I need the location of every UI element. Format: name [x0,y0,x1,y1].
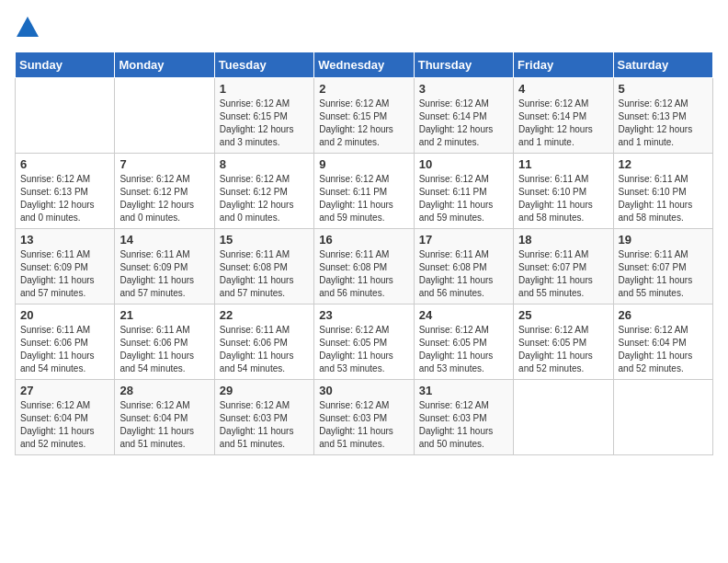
calendar-cell: 31Sunrise: 6:12 AM Sunset: 6:03 PM Dayli… [414,380,513,455]
calendar-cell: 9Sunrise: 6:12 AM Sunset: 6:11 PM Daylig… [314,154,414,229]
day-info: Sunrise: 6:12 AM Sunset: 6:04 PM Dayligh… [119,399,209,451]
calendar-cell: 3Sunrise: 6:12 AM Sunset: 6:14 PM Daylig… [414,78,513,154]
day-info: Sunrise: 6:12 AM Sunset: 6:15 PM Dayligh… [319,98,408,149]
day-number: 21 [119,308,209,322]
day-number: 23 [319,308,408,322]
calendar-cell: 19Sunrise: 6:11 AM Sunset: 6:07 PM Dayli… [613,229,712,304]
day-number: 6 [20,157,109,171]
day-info: Sunrise: 6:12 AM Sunset: 6:03 PM Dayligh… [220,399,309,451]
calendar-cell: 2Sunrise: 6:12 AM Sunset: 6:15 PM Daylig… [314,78,414,154]
calendar-cell: 21Sunrise: 6:11 AM Sunset: 6:06 PM Dayli… [115,304,214,380]
day-info: Sunrise: 6:12 AM Sunset: 6:03 PM Dayligh… [319,399,408,451]
day-info: Sunrise: 6:12 AM Sunset: 6:04 PM Dayligh… [20,399,109,451]
day-number: 25 [518,308,608,322]
day-info: Sunrise: 6:11 AM Sunset: 6:08 PM Dayligh… [220,248,309,300]
day-info: Sunrise: 6:11 AM Sunset: 6:09 PM Dayligh… [20,248,109,300]
day-number: 24 [419,308,508,322]
day-info: Sunrise: 6:11 AM Sunset: 6:06 PM Dayligh… [220,324,309,375]
day-info: Sunrise: 6:11 AM Sunset: 6:10 PM Dayligh… [518,173,608,224]
header-thursday: Thursday [414,52,513,78]
calendar-cell: 26Sunrise: 6:12 AM Sunset: 6:04 PM Dayli… [613,304,712,380]
header-saturday: Saturday [613,52,712,78]
day-info: Sunrise: 6:12 AM Sunset: 6:15 PM Dayligh… [220,98,309,149]
day-number: 17 [419,233,508,247]
day-info: Sunrise: 6:11 AM Sunset: 6:06 PM Dayligh… [119,324,209,375]
calendar-cell: 1Sunrise: 6:12 AM Sunset: 6:15 PM Daylig… [214,78,313,154]
day-number: 30 [319,384,408,397]
calendar-cell: 27Sunrise: 6:12 AM Sunset: 6:04 PM Dayli… [16,380,115,455]
day-info: Sunrise: 6:12 AM Sunset: 6:04 PM Dayligh… [619,324,708,375]
day-info: Sunrise: 6:12 AM Sunset: 6:05 PM Dayligh… [518,324,608,375]
day-number: 2 [319,82,408,96]
header-friday: Friday [514,52,613,78]
day-info: Sunrise: 6:12 AM Sunset: 6:14 PM Dayligh… [419,98,508,149]
day-number: 11 [518,157,608,171]
day-info: Sunrise: 6:12 AM Sunset: 6:11 PM Dayligh… [319,173,408,224]
day-number: 26 [619,308,708,322]
day-number: 4 [518,82,608,96]
calendar-cell: 28Sunrise: 6:12 AM Sunset: 6:04 PM Dayli… [115,380,214,455]
calendar-week-row: 27Sunrise: 6:12 AM Sunset: 6:04 PM Dayli… [16,380,713,455]
day-number: 20 [20,308,109,322]
day-number: 5 [619,82,708,96]
calendar-cell: 14Sunrise: 6:11 AM Sunset: 6:09 PM Dayli… [115,229,214,304]
calendar-table: SundayMondayTuesdayWednesdayThursdayFrid… [15,52,713,455]
day-number: 8 [220,157,309,171]
page-header [15,15,713,40]
day-number: 12 [619,157,708,171]
calendar-cell: 23Sunrise: 6:12 AM Sunset: 6:05 PM Dayli… [314,304,414,380]
day-info: Sunrise: 6:11 AM Sunset: 6:09 PM Dayligh… [119,248,209,300]
logo-icon [15,15,40,40]
calendar-cell [514,380,613,455]
calendar-cell [115,78,214,154]
day-number: 27 [20,384,109,397]
calendar-week-row: 13Sunrise: 6:11 AM Sunset: 6:09 PM Dayli… [16,229,713,304]
calendar-cell: 24Sunrise: 6:12 AM Sunset: 6:05 PM Dayli… [414,304,513,380]
day-info: Sunrise: 6:11 AM Sunset: 6:08 PM Dayligh… [419,248,508,300]
day-info: Sunrise: 6:12 AM Sunset: 6:05 PM Dayligh… [419,324,508,375]
calendar-cell: 30Sunrise: 6:12 AM Sunset: 6:03 PM Dayli… [314,380,414,455]
day-info: Sunrise: 6:12 AM Sunset: 6:05 PM Dayligh… [319,324,408,375]
day-number: 28 [119,384,209,397]
calendar-week-row: 1Sunrise: 6:12 AM Sunset: 6:15 PM Daylig… [16,78,713,154]
day-info: Sunrise: 6:11 AM Sunset: 6:10 PM Dayligh… [619,173,708,224]
calendar-cell: 5Sunrise: 6:12 AM Sunset: 6:13 PM Daylig… [613,78,712,154]
day-number: 16 [319,233,408,247]
day-number: 7 [119,157,209,171]
day-number: 3 [419,82,508,96]
logo [15,15,44,40]
day-info: Sunrise: 6:12 AM Sunset: 6:12 PM Dayligh… [119,173,209,224]
calendar-cell: 17Sunrise: 6:11 AM Sunset: 6:08 PM Dayli… [414,229,513,304]
calendar-cell: 13Sunrise: 6:11 AM Sunset: 6:09 PM Dayli… [16,229,115,304]
calendar-cell: 18Sunrise: 6:11 AM Sunset: 6:07 PM Dayli… [514,229,613,304]
day-number: 9 [319,157,408,171]
calendar-cell: 20Sunrise: 6:11 AM Sunset: 6:06 PM Dayli… [16,304,115,380]
calendar-week-row: 20Sunrise: 6:11 AM Sunset: 6:06 PM Dayli… [16,304,713,380]
calendar-cell: 16Sunrise: 6:11 AM Sunset: 6:08 PM Dayli… [314,229,414,304]
day-number: 1 [220,82,309,96]
calendar-cell: 29Sunrise: 6:12 AM Sunset: 6:03 PM Dayli… [214,380,313,455]
calendar-cell [613,380,712,455]
calendar-cell: 12Sunrise: 6:11 AM Sunset: 6:10 PM Dayli… [613,154,712,229]
header-sunday: Sunday [16,52,115,78]
day-number: 13 [20,233,109,247]
calendar-week-row: 6Sunrise: 6:12 AM Sunset: 6:13 PM Daylig… [16,154,713,229]
svg-marker-0 [17,17,39,37]
day-info: Sunrise: 6:11 AM Sunset: 6:08 PM Dayligh… [319,248,408,300]
day-number: 29 [220,384,309,397]
header-monday: Monday [115,52,214,78]
day-info: Sunrise: 6:11 AM Sunset: 6:07 PM Dayligh… [619,248,708,300]
calendar-cell: 10Sunrise: 6:12 AM Sunset: 6:11 PM Dayli… [414,154,513,229]
day-info: Sunrise: 6:12 AM Sunset: 6:03 PM Dayligh… [419,399,508,451]
day-number: 19 [619,233,708,247]
day-info: Sunrise: 6:11 AM Sunset: 6:06 PM Dayligh… [20,324,109,375]
day-number: 15 [220,233,309,247]
day-number: 31 [419,384,508,397]
calendar-header-row: SundayMondayTuesdayWednesdayThursdayFrid… [16,52,713,78]
calendar-cell: 11Sunrise: 6:11 AM Sunset: 6:10 PM Dayli… [514,154,613,229]
calendar-cell: 8Sunrise: 6:12 AM Sunset: 6:12 PM Daylig… [214,154,313,229]
header-tuesday: Tuesday [214,52,313,78]
calendar-cell: 7Sunrise: 6:12 AM Sunset: 6:12 PM Daylig… [115,154,214,229]
calendar-cell: 22Sunrise: 6:11 AM Sunset: 6:06 PM Dayli… [214,304,313,380]
day-number: 18 [518,233,608,247]
